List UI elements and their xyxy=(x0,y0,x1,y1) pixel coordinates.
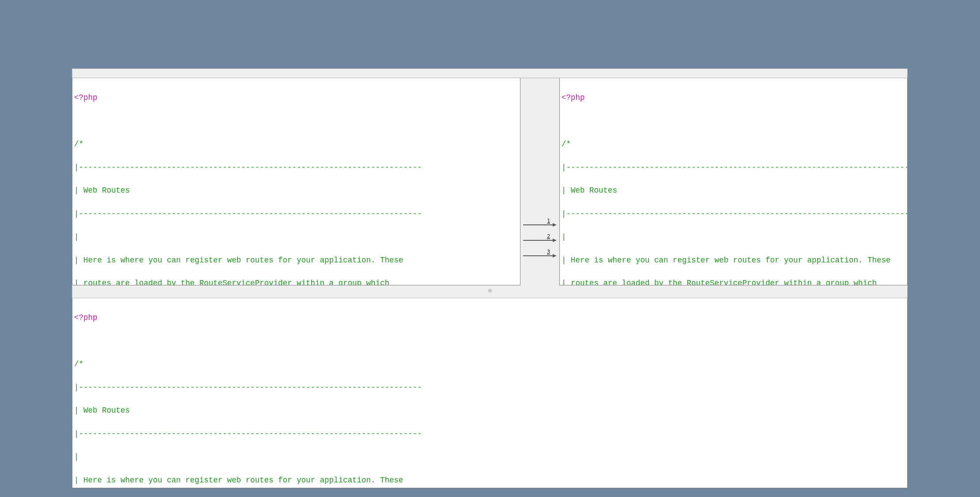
code-line: | Web Routes xyxy=(72,407,907,415)
code-line: <?php xyxy=(560,94,907,102)
code-line xyxy=(560,118,907,125)
pane-separator[interactable] xyxy=(72,287,908,298)
diff-gutter: 1 2 3 xyxy=(520,78,559,285)
diff-arrow-index: 2 xyxy=(547,234,550,239)
code-merged: <?php /* |------------------------------… xyxy=(72,298,907,488)
code-line: | routes are loaded by the RouteServiceP… xyxy=(560,280,907,285)
diff-arrow[interactable]: 2 xyxy=(523,235,557,242)
code-line: | xyxy=(72,233,520,241)
code-line: | xyxy=(72,453,907,461)
code-line: <?php xyxy=(72,314,907,322)
diff-arrow[interactable]: 1 xyxy=(523,219,557,226)
php-open-tag: <?php xyxy=(74,313,98,322)
code-line: /* xyxy=(72,360,907,368)
diff-left-pane[interactable]: <?php /* |------------------------------… xyxy=(72,78,520,285)
code-line: | Here is where you can register web rou… xyxy=(560,257,907,265)
arrow-shaft xyxy=(523,224,553,225)
diff-arrow-index: 3 xyxy=(547,249,550,254)
diff-right-pane[interactable]: <?php /* |------------------------------… xyxy=(559,78,908,285)
code-line: | xyxy=(560,233,907,241)
code-line: |---------------------------------------… xyxy=(72,430,907,438)
code-line: |---------------------------------------… xyxy=(72,210,520,218)
code-line xyxy=(72,338,907,345)
code-line: | Web Routes xyxy=(72,187,520,195)
diff-window: <?php /* |------------------------------… xyxy=(72,68,908,488)
arrow-shaft xyxy=(523,255,553,256)
drag-handle-icon[interactable] xyxy=(488,289,492,292)
code-line: |---------------------------------------… xyxy=(560,210,907,218)
code-line: | Here is where you can register web rou… xyxy=(72,257,520,265)
diff-top-row: <?php /* |------------------------------… xyxy=(72,78,908,287)
diff-arrow-index: 1 xyxy=(547,218,550,224)
code-line: | Here is where you can register web rou… xyxy=(72,477,907,485)
code-line: <?php xyxy=(72,94,520,102)
code-line xyxy=(72,118,520,125)
code-line: |---------------------------------------… xyxy=(560,164,907,172)
code-line: | routes are loaded by the RouteServiceP… xyxy=(72,280,520,285)
php-open-tag: <?php xyxy=(562,93,585,102)
code-left: <?php /* |------------------------------… xyxy=(72,78,520,285)
code-right: <?php /* |------------------------------… xyxy=(560,78,907,285)
arrow-shaft xyxy=(523,240,553,241)
code-line: /* xyxy=(72,140,520,148)
code-line: | Web Routes xyxy=(560,187,907,195)
arrow-right-icon xyxy=(553,223,557,227)
arrow-right-icon xyxy=(553,239,557,242)
window-titlebar[interactable] xyxy=(72,68,908,78)
code-line: |---------------------------------------… xyxy=(72,384,907,392)
code-line: |---------------------------------------… xyxy=(72,164,520,172)
diff-merged-pane[interactable]: <?php /* |------------------------------… xyxy=(72,298,908,488)
php-open-tag: <?php xyxy=(74,93,98,102)
diff-arrow[interactable]: 3 xyxy=(523,250,557,257)
arrow-right-icon xyxy=(553,254,557,258)
code-line: /* xyxy=(560,140,907,148)
